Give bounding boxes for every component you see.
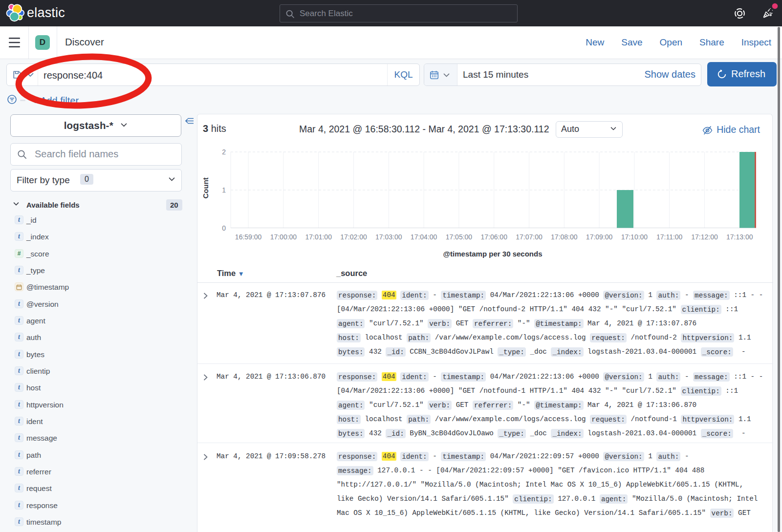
svg-text:17:04:00: 17:04:00 [411,233,437,241]
svg-text:16:59:00: 16:59:00 [235,233,262,241]
svg-text:17:12:00: 17:12:00 [691,233,718,241]
svg-text:17:08:00: 17:08:00 [551,233,578,241]
svg-text:17:09:00: 17:09:00 [586,233,613,241]
svg-text:17:10:00: 17:10:00 [621,233,648,241]
svg-text:17:07:00: 17:07:00 [516,233,543,241]
svg-text:17:00:00: 17:00:00 [270,233,297,241]
svg-text:0: 0 [222,224,226,232]
svg-text:17:01:00: 17:01:00 [305,233,332,241]
svg-text:2: 2 [222,148,226,156]
svg-text:17:11:00: 17:11:00 [656,233,683,241]
svg-text:17:02:00: 17:02:00 [340,233,367,241]
svg-text:17:06:00: 17:06:00 [480,233,507,241]
svg-text:17:03:00: 17:03:00 [375,233,402,241]
svg-text:17:13:00: 17:13:00 [726,233,753,241]
svg-text:1: 1 [222,186,226,194]
svg-text:17:05:00: 17:05:00 [446,233,473,241]
